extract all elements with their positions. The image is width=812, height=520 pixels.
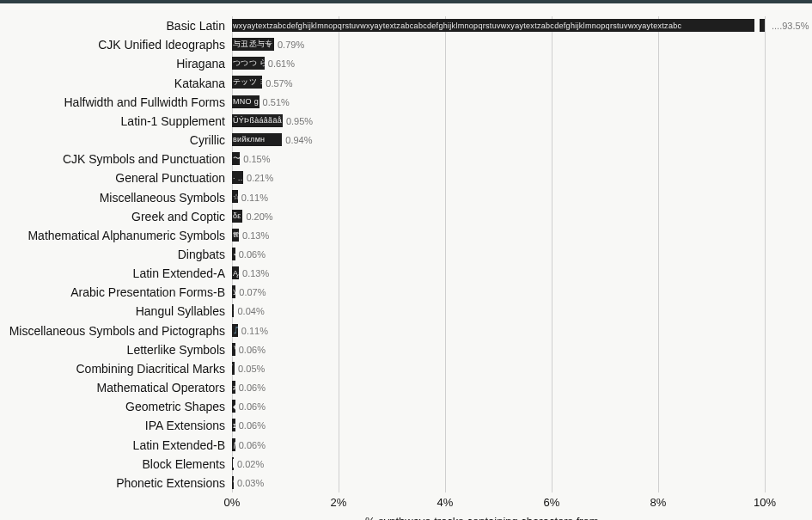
bar-glyph-sample: ▌: [232, 459, 234, 468]
value-label: ....93.5%: [772, 21, 809, 31]
bar-row: Latin Extended-Bƒ0.06%: [232, 436, 765, 455]
bar-glyph-sample: ≠: [232, 383, 235, 392]
bar-row: Letterlike Symbols™0.06%: [232, 340, 765, 359]
category-label: CJK Unified Ideographs: [98, 38, 225, 52]
category-label: Greek and Coptic: [131, 210, 225, 223]
bar-glyph-sample: ̃̃̃: [232, 364, 233, 372]
category-label: IPA Extensions: [145, 419, 225, 432]
category-label: Letterlike Symbols: [127, 343, 225, 357]
value-label: 0.11%: [241, 193, 268, 203]
bar-glyph-sample: ƒ: [232, 440, 235, 449]
category-label: Phonetic Extensions: [116, 476, 225, 490]
bar: ﻼ: [232, 285, 235, 298]
bar-glyph-sample: ◆: [232, 402, 235, 411]
value-label: 0.07%: [239, 287, 266, 297]
bar: · …: [232, 171, 243, 184]
value-label: 0.95%: [286, 116, 313, 126]
bar-glyph-sample: 〜、: [232, 153, 240, 164]
bar: ≠: [232, 381, 235, 394]
category-label: Latin Extended-A: [133, 266, 225, 280]
bar-row: IPA Extensionsɪ0.06%: [232, 416, 765, 435]
category-label: Miscellaneous Symbols and Pictographs: [9, 324, 225, 338]
value-label: 0.03%: [237, 478, 264, 488]
value-label: 0.06%: [239, 382, 266, 393]
bar: ̃̃̃: [232, 362, 235, 375]
bar: вийклмн: [232, 133, 282, 146]
category-label: Latin Extended-B: [133, 438, 225, 452]
bar-row: General Punctuation· …0.21%: [232, 168, 765, 187]
bar-glyph-sample: ÜÝÞßàáâãäå: [232, 116, 282, 125]
bar-row: Hangul Syllables각0.04%: [232, 302, 765, 321]
bar-row: Latin Extended-AĄą0.13%: [232, 264, 765, 283]
value-label: 0.61%: [268, 58, 295, 69]
category-label: Hiragana: [176, 57, 225, 70]
x-axis-label: % synthwave tracks containing characters…: [365, 515, 632, 520]
category-label: Basic Latin: [167, 19, 225, 33]
category-label: Combining Diacritical Marks: [76, 362, 226, 376]
bar-row: Mathematical Alphanumeric Symbols𝕬𝕭0.13%: [232, 226, 765, 245]
value-label: 0.06%: [239, 420, 266, 431]
bar-row: Halfwidth and Fullwidth FormsMNO g h i0.…: [232, 93, 765, 112]
value-label: 0.51%: [263, 97, 290, 107]
bar-row: Mathematical Operators≠0.06%: [232, 378, 765, 397]
bar: ÜÝÞßàáâãäå: [232, 114, 283, 127]
value-label: 0.21%: [247, 173, 273, 183]
bar-row: Miscellaneous Symbols and Pictographs🎵0.…: [232, 321, 765, 340]
value-label: 0.06%: [239, 345, 266, 355]
bar-glyph-sample: 与丑丞与专: [232, 39, 273, 50]
bar-row: Hiraganaつつつ らりる0.61%: [232, 54, 765, 73]
plot-area: % synthwave tracks containing characters…: [232, 16, 765, 492]
category-label: CJK Symbols and Punctuation: [63, 152, 225, 166]
bar-row: CJK Unified Ideographs与丑丞与专0.79%: [232, 35, 765, 54]
category-label: Miscellaneous Symbols: [100, 191, 225, 205]
bar-glyph-sample: MNO g h i: [232, 97, 259, 106]
value-label: 0.05%: [238, 364, 265, 374]
bar-row: Basic Latinwxyaytextzabcdefghijklmnopqrs…: [232, 16, 765, 35]
x-tick-label: 6%: [544, 496, 560, 509]
category-label: Cyrillic: [190, 133, 225, 147]
bar: 🎵: [232, 324, 238, 337]
value-label: 0.11%: [241, 326, 268, 336]
value-label: 0.15%: [243, 154, 270, 164]
bar: δε Ͻε: [232, 210, 242, 223]
bar: 각: [232, 304, 234, 317]
bar-row: Geometric Shapes◆0.06%: [232, 397, 765, 416]
bar-glyph-sample: · …: [232, 174, 243, 182]
x-tick-label: 8%: [650, 496, 667, 509]
bar: ™: [232, 343, 235, 356]
bar: つつつ らりる: [232, 57, 265, 70]
bar-glyph-sample: ™: [232, 345, 235, 353]
bar-glyph-sample: wxyaytextzabcdefghijklmnopqrstuvwxyaytex…: [232, 21, 681, 30]
bar-row: Phonetic Extensionsᵃ0.03%: [232, 474, 765, 492]
bar: 与丑丞与专: [232, 38, 274, 51]
value-label: 0.06%: [239, 249, 266, 260]
value-label: 0.06%: [239, 401, 266, 412]
bar: ◆: [232, 400, 235, 413]
bar-glyph-sample: 🎵: [232, 326, 238, 334]
bar-glyph-sample: 각: [232, 305, 234, 316]
bar-row: Dingbats✓0.06%: [232, 245, 765, 264]
bar: ☆★: [232, 190, 238, 203]
category-label: Block Elements: [143, 457, 225, 471]
bar: テッツ ヨラリ: [232, 76, 262, 89]
bar-row: Arabic Presentation Forms-Bﻼ0.07%: [232, 283, 765, 302]
value-label: 0.94%: [285, 135, 312, 145]
bar: MNO g h i: [232, 95, 259, 108]
bar-glyph-sample: ᵃ: [232, 478, 234, 486]
value-label: 0.04%: [237, 306, 264, 316]
category-label: Mathematical Operators: [97, 381, 225, 395]
bar-row: Cyrillicвийклмн0.94%: [232, 131, 765, 150]
category-label: Geometric Shapes: [125, 400, 225, 413]
gridline: [765, 16, 766, 492]
value-label: 0.79%: [278, 40, 304, 50]
category-label: Hangul Syllables: [136, 304, 225, 318]
bar-glyph-sample: ﻼ: [232, 288, 235, 297]
value-label: 0.06%: [239, 440, 266, 450]
bar-row: Miscellaneous Symbols☆★0.11%: [232, 187, 765, 206]
bar: ƒ: [232, 438, 235, 451]
bar: ᵃ: [232, 476, 234, 489]
bar: wxyaytextzabcdefghijklmnopqrstuvwxyaytex…: [232, 19, 765, 32]
value-label: 0.20%: [246, 211, 272, 222]
bar-glyph-sample: 𝕬𝕭: [232, 230, 239, 240]
bar-glyph-sample: δε Ͻε: [232, 211, 242, 220]
